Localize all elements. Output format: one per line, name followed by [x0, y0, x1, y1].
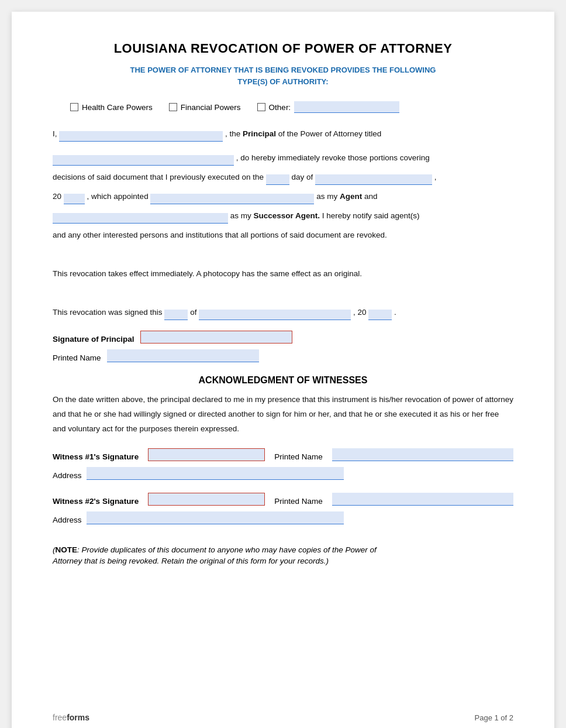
witness-1-address-row: Address [53, 467, 513, 480]
revoke-text: , do hereby immediately revoke those por… [236, 153, 430, 162]
note-paragraph-1: (NOTE: Provide duplicates of this docume… [53, 545, 513, 554]
other-label: Other: [269, 103, 291, 112]
footer-brand: freeforms [53, 713, 89, 722]
witness-2-name-label: Printed Name [274, 497, 323, 506]
page-title: LOUISIANA REVOCATION OF POWER OF ATTORNE… [53, 41, 513, 56]
witness-1-sig-field[interactable] [148, 448, 265, 461]
footer-page-number: Page 1 of 2 [475, 713, 514, 722]
paragraph-3: decisions of said document that I previo… [53, 170, 513, 185]
paragraph-2: , do hereby immediately revoke those por… [53, 151, 513, 166]
signed-year-pre: , 20 [353, 308, 367, 317]
i-label: I, [53, 129, 57, 138]
body-text: I, , the Principal of the Power of Attor… [53, 127, 513, 320]
financial-label: Financial Powers [181, 103, 241, 112]
paragraph-6: and any other interested persons and ins… [53, 228, 513, 243]
brand-forms: forms [67, 713, 89, 722]
health-care-label: Health Care Powers [82, 103, 153, 112]
witness-1-address-field[interactable] [87, 467, 344, 480]
the-principal-text: , the Principal of the Power of Attorney… [225, 129, 381, 138]
principal-name-field[interactable] [59, 131, 223, 142]
decisions-text: decisions of said document that I previo… [53, 173, 266, 181]
financial-checkbox[interactable] [169, 103, 177, 111]
footer: freeforms Page 1 of 2 [53, 713, 513, 722]
witness-1-name-label: Printed Name [274, 452, 323, 461]
revocation-effect-text: This revocation takes effect immediately… [53, 269, 362, 278]
subtitle-line1: THE POWER OF ATTORNEY THAT IS BEING REVO… [130, 66, 436, 74]
witness-2-section: Witness #2's Signature Printed Name Addr… [53, 493, 513, 524]
day-field[interactable] [266, 174, 289, 185]
witness-1-sig-row: Witness #1's Signature Printed Name [53, 448, 513, 461]
witness-1-name-field[interactable] [332, 448, 513, 461]
any-other-text: and any other interested persons and ins… [53, 231, 387, 239]
note-section: (NOTE: Provide duplicates of this docume… [53, 545, 513, 565]
day-of-text: day of [291, 173, 315, 181]
paragraph-5: as my Successor Agent. I hereby notify s… [53, 209, 513, 224]
which-appointed-text: , which appointed [87, 192, 151, 201]
witness-1-address-label: Address [53, 471, 82, 480]
subtitle-line2: TYPE(S) OF AUTHORITY: [237, 77, 328, 86]
as-my-agent-text: as my Agent and [316, 192, 377, 201]
paragraph-1: I, , the Principal of the Power of Attor… [53, 127, 513, 142]
note-paragraph-2: Attorney that is being revoked. Retain t… [53, 557, 513, 565]
printed-name-row: Printed Name [53, 349, 513, 362]
month-field[interactable] [315, 174, 432, 185]
witness-2-sig-row: Witness #2's Signature Printed Name [53, 493, 513, 506]
signed-pre-text: This revocation was signed this [53, 308, 163, 317]
brand-free: free [53, 713, 67, 722]
witness-2-address-row: Address [53, 511, 513, 524]
witness-1-sig-label: Witness #1's Signature [53, 452, 139, 461]
note-text: : Provide duplicates of this document to… [77, 545, 377, 554]
successor-agent-field[interactable] [53, 213, 228, 224]
signed-end: . [394, 308, 396, 317]
signature-section: Signature of Principal Printed Name [53, 331, 513, 362]
principal-sig-row: Signature of Principal [53, 331, 513, 344]
health-care-checkbox[interactable] [70, 103, 78, 111]
authority-row: Health Care Powers Financial Powers Othe… [53, 101, 513, 113]
principal-sig-field[interactable] [140, 331, 292, 344]
witness-2-sig-field[interactable] [148, 493, 265, 506]
subtitle: THE POWER OF ATTORNEY THAT IS BEING REVO… [53, 64, 513, 87]
of-text: of [190, 308, 199, 317]
sig-of-principal-label: Signature of Principal [53, 335, 134, 344]
year-label: 20 [53, 192, 61, 201]
comma-text: , [434, 173, 437, 181]
other-field-input[interactable] [294, 101, 399, 113]
printed-name-field[interactable] [107, 349, 259, 362]
signed-year-field[interactable] [368, 310, 392, 320]
other-checkbox-item: Other: [257, 101, 400, 113]
paragraph-4: 20 , which appointed as my Agent and [53, 190, 513, 204]
signed-day-field[interactable] [164, 310, 188, 320]
witness-1-section: Witness #1's Signature Printed Name Addr… [53, 448, 513, 480]
document-page: LOUISIANA REVOCATION OF POWER OF ATTORNE… [12, 12, 554, 728]
agent-name-field[interactable] [150, 194, 314, 204]
financial-checkbox-item: Financial Powers [169, 103, 241, 112]
witness-2-address-label: Address [53, 516, 82, 524]
other-checkbox[interactable] [257, 103, 265, 111]
signed-month-field[interactable] [199, 310, 351, 320]
acknowledgment-text: On the date written above, the principal… [53, 393, 513, 437]
acknowledgment-title: ACKNOWLEDGMENT OF WITNESSES [53, 375, 513, 386]
note-label: NOTE [56, 545, 78, 554]
poa-title-field[interactable] [53, 155, 234, 166]
successor-text: as my Successor Agent. I hereby notify s… [230, 211, 420, 220]
note-text-2: Attorney that is being revoked. Retain t… [53, 557, 326, 565]
witness-2-address-field[interactable] [87, 511, 344, 524]
witness-2-name-field[interactable] [332, 493, 513, 506]
health-care-checkbox-item: Health Care Powers [70, 103, 153, 112]
printed-name-label: Printed Name [53, 353, 101, 362]
year-field[interactable] [64, 194, 85, 204]
revocation-effect: This revocation takes effect immediately… [53, 267, 513, 281]
witness-2-sig-label: Witness #2's Signature [53, 497, 139, 506]
signed-row: This revocation was signed this of , 20 … [53, 305, 513, 320]
